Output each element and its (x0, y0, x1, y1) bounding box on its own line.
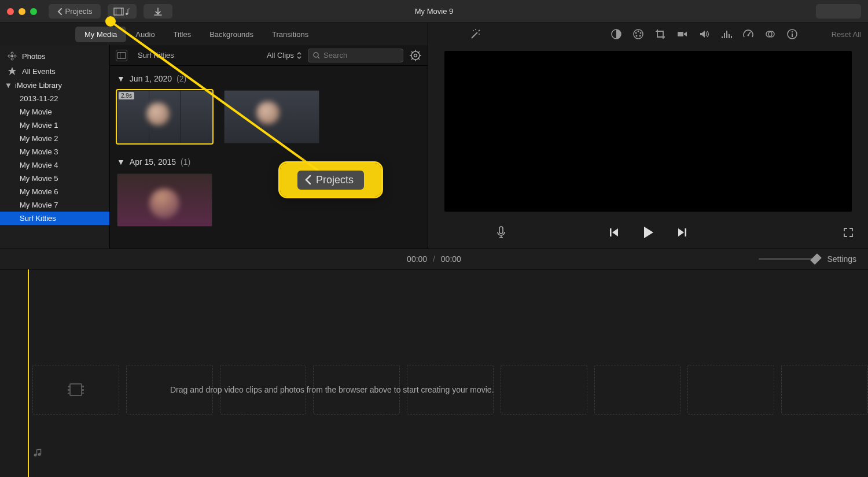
date-header[interactable]: ▼ Jun 1, 2020 (2) (110, 72, 428, 86)
svg-point-24 (473, 30, 474, 31)
callout-projects: Projects (280, 163, 381, 197)
date-label: Jun 1, 2020 (130, 74, 172, 83)
sidebar-item[interactable]: My Movie (0, 105, 109, 119)
content-area: My Media Audio Titles Backgrounds Transi… (0, 23, 868, 249)
tab-audio[interactable]: Audio (126, 27, 164, 42)
timeline-placeholder-cell[interactable] (781, 365, 868, 415)
crop-button[interactable] (654, 28, 666, 40)
skip-forward-icon (676, 227, 688, 238)
tab-backgrounds[interactable]: Backgrounds (200, 27, 263, 42)
window-title: My Movie 9 (415, 7, 453, 16)
sidebar-item[interactable]: My Movie 1 (0, 119, 109, 132)
microphone-icon (496, 226, 506, 239)
sidebar-all-events[interactable]: All Events (0, 64, 109, 79)
overlap-circles-icon (764, 28, 776, 40)
svg-line-21 (418, 58, 420, 60)
svg-point-6 (11, 58, 13, 60)
sidebar-item-label: 2013-11-22 (20, 94, 58, 103)
disclosure-triangle-icon: ▼ (117, 74, 125, 83)
filmstrip-icon (69, 383, 82, 396)
sidebar-item-surf-kitties[interactable]: Surf Kitties (0, 212, 109, 225)
sidebar-item[interactable]: My Movie 4 (0, 158, 109, 172)
sidebar-all-events-label: All Events (22, 67, 56, 76)
chevron-left-icon (304, 175, 312, 185)
svg-point-31 (639, 35, 641, 37)
zoom-window-button[interactable] (30, 8, 37, 15)
clips-body[interactable]: ▼ Jun 1, 2020 (2) 2.9s (110, 66, 428, 249)
callout-label: Projects (316, 174, 354, 186)
clips-filter-dropdown[interactable]: All Clips (267, 51, 302, 60)
playhead[interactable] (28, 269, 29, 477)
sidebar-item[interactable]: My Movie 6 (0, 185, 109, 198)
color-balance-button[interactable] (610, 28, 622, 40)
sidebar-toggle-icon (117, 52, 126, 59)
color-correction-button[interactable] (632, 28, 644, 40)
svg-line-20 (411, 51, 413, 53)
clip-filter-button[interactable] (764, 28, 776, 40)
clip-settings-button[interactable] (409, 49, 422, 62)
reset-all-button[interactable]: Reset All (832, 30, 861, 39)
sidebar-photos[interactable]: Photos (0, 49, 109, 64)
date-group: ▼ Jun 1, 2020 (2) 2.9s (110, 72, 428, 148)
sidebar-item-label: Surf Kitties (20, 214, 56, 223)
import-button[interactable] (144, 4, 172, 19)
timeline-placeholder-cell[interactable] (687, 365, 774, 415)
sidebar-library-header[interactable]: ▼ iMovie Library (0, 79, 109, 92)
timeline[interactable]: Drag and drop video clips and photos fro… (0, 269, 868, 477)
clips-header: Surf Kitties All Clips (110, 45, 428, 66)
callout-origin-dot (105, 16, 116, 27)
sidebar-item[interactable]: My Movie 2 (0, 132, 109, 145)
next-button[interactable] (676, 227, 688, 238)
sidebar-item[interactable]: My Movie 5 (0, 172, 109, 185)
play-button[interactable] (641, 225, 656, 240)
timeline-settings-button[interactable]: Settings (827, 254, 856, 264)
sidebar-item[interactable]: My Movie 3 (0, 145, 109, 158)
stabilization-button[interactable] (676, 28, 688, 40)
svg-point-26 (475, 29, 476, 30)
media-browser: Photos All Events ▼ iMovie Library 2013-… (0, 45, 428, 249)
disclosure-triangle-icon: ▼ (5, 81, 10, 90)
info-button[interactable] (786, 28, 798, 40)
voiceover-button[interactable] (496, 226, 506, 239)
close-window-button[interactable] (7, 8, 14, 15)
browser-tabs: My Media Audio Titles Backgrounds Transi… (0, 23, 428, 45)
svg-rect-10 (118, 52, 126, 58)
traffic-lights (7, 8, 37, 15)
zoom-slider[interactable] (759, 258, 816, 260)
clips-row: 2.9s (110, 86, 428, 148)
viewer-canvas[interactable] (444, 51, 852, 212)
sidebar-toggle-button[interactable] (116, 50, 127, 61)
svg-point-4 (11, 55, 13, 57)
volume-button[interactable] (698, 28, 710, 40)
enhance-button[interactable] (470, 28, 481, 40)
sidebar-item-label: My Movie 2 (20, 134, 58, 143)
search-field[interactable] (308, 49, 403, 62)
sidebar-item[interactable]: 2013-11-22 (0, 92, 109, 105)
fullscreen-button[interactable] (843, 227, 854, 238)
zoom-knob[interactable] (811, 253, 822, 265)
filmstrip-note-icon (113, 7, 131, 16)
clip-thumbnail[interactable] (117, 173, 212, 227)
search-input[interactable] (323, 51, 398, 60)
timeline-placeholder-cell[interactable] (501, 365, 587, 415)
clip-thumbnail[interactable] (224, 90, 319, 143)
transport-controls (608, 225, 688, 240)
share-button[interactable] (816, 4, 861, 19)
sidebar-photos-label: Photos (22, 52, 45, 61)
sidebar-item[interactable]: My Movie 7 (0, 198, 109, 212)
time-total: 00:00 (441, 254, 461, 264)
tab-my-media[interactable]: My Media (75, 27, 126, 42)
audio-track[interactable] (32, 446, 868, 460)
minimize-window-button[interactable] (19, 8, 25, 15)
prev-button[interactable] (608, 227, 620, 238)
timeline-placeholder-cell[interactable] (594, 365, 681, 415)
library-sidebar: Photos All Events ▼ iMovie Library 2013-… (0, 45, 110, 249)
tab-transitions[interactable]: Transitions (263, 27, 318, 42)
speed-button[interactable] (742, 28, 754, 40)
projects-button[interactable]: Projects (49, 4, 101, 19)
tab-titles[interactable]: Titles (164, 27, 201, 42)
timeline-placeholder-cell[interactable] (32, 365, 119, 415)
svg-point-3 (126, 13, 128, 15)
clip-thumbnail[interactable]: 2.9s (117, 90, 212, 143)
noise-reduction-button[interactable] (720, 28, 732, 40)
